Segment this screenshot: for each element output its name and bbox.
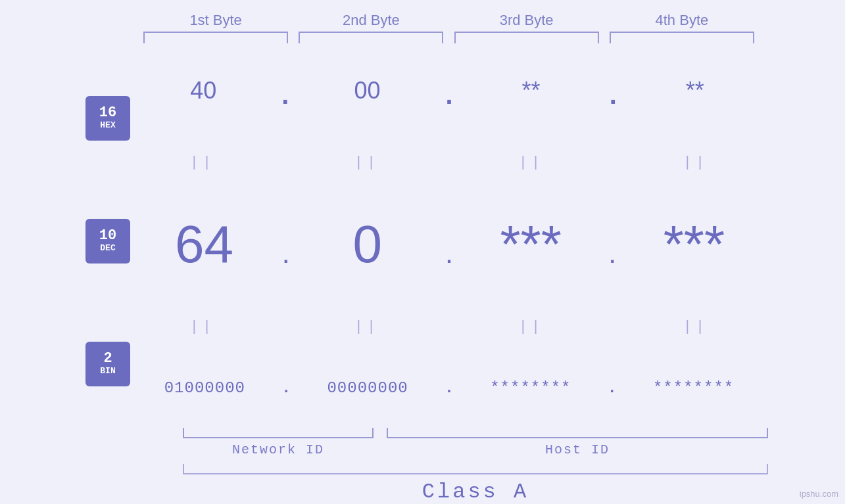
bin-cell-3: ******** [458,379,603,397]
hex-cell-2: 00 [295,77,439,104]
hex-cell-1: 40 [131,77,276,104]
main-grid: 16 HEX 10 DEC 2 BIN 40 . [85,50,760,504]
bin-row: 01000000 . 00000000 . ******** . *******… [130,379,768,397]
eq2-4: || [623,319,768,335]
values-grid: 40 . 00 . ** . ** | [130,50,768,424]
dec-row: 64 . 0 . *** . *** [130,214,768,275]
network-id-label: Network ID [183,442,374,457]
hex-cell-3: ** [459,77,604,104]
bracket-3 [454,32,599,43]
byte2-header: 2nd Byte [299,12,443,29]
eq1-3: || [459,154,604,171]
bracket-4 [610,32,754,43]
network-bracket [183,428,374,438]
bottom-labels: Network ID Host ID [183,442,768,457]
bin-cell-4: ******** [621,379,766,397]
byte-headers: 1st Byte 2nd Byte 3rd Byte 4th Byte [85,0,760,29]
eq1-1: || [130,154,275,171]
dec-cell-3: *** [458,214,603,275]
watermark: ipshu.com [800,489,838,499]
class-label: Class A [183,480,768,504]
bottom-brackets [183,428,768,438]
bottom-section: Network ID Host ID [130,428,768,457]
bin-dot-3: . [608,379,617,397]
dec-cell-2: 0 [295,214,440,275]
host-bracket [387,428,768,438]
dec-dot-3: . [606,246,618,269]
equals-row-2: || || || || [130,317,768,337]
bin-dot-2: . [445,379,454,397]
class-bracket [183,464,768,474]
bracket-1 [143,32,288,43]
bin-dot-1: . [281,379,291,397]
dot-2: . [441,84,457,110]
equals-row-1: || || || || [130,152,768,172]
badges-column: 16 HEX 10 DEC 2 BIN [85,50,130,504]
byte1-header: 1st Byte [143,12,288,29]
data-column: 40 . 00 . ** . ** | [130,50,768,504]
eq2-1: || [130,319,275,335]
hex-cell-4: ** [623,77,767,104]
hex-row: 40 . 00 . ** . ** [130,71,768,110]
dot-1: . [278,84,293,110]
byte4-header: 4th Byte [610,12,754,29]
host-id-label: Host ID [387,442,768,457]
eq1-2: || [295,154,439,171]
dec-dot-1: . [280,246,292,269]
eq1-4: || [623,154,768,171]
bracket-2 [299,32,443,43]
bracket-spacer [374,428,387,438]
eq2-3: || [459,319,604,335]
dec-dot-2: . [443,246,455,269]
byte3-header: 3rd Byte [454,12,599,29]
bin-cell-2: 00000000 [295,379,440,397]
main-container: 1st Byte 2nd Byte 3rd Byte 4th Byte 16 H… [0,0,845,504]
dec-cell-1: 64 [132,214,277,275]
dec-badge: 10 DEC [85,219,130,263]
eq2-2: || [295,319,439,335]
hex-badge: 16 HEX [85,96,130,141]
bin-badge: 2 BIN [85,342,130,386]
bin-cell-1: 01000000 [132,379,277,397]
dec-cell-4: *** [621,214,766,275]
dot-3: . [605,84,621,110]
top-brackets [85,32,760,43]
class-row: Class A [130,464,768,504]
